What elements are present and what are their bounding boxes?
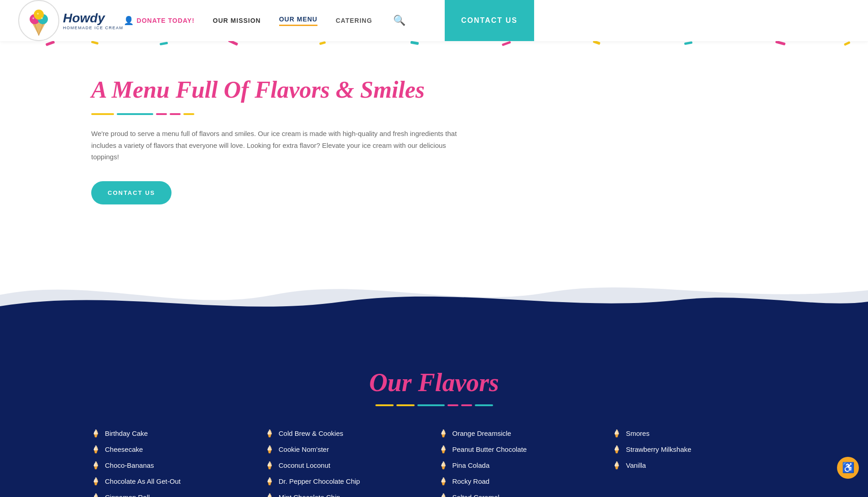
- ice-cream-icon: 🍦: [91, 461, 100, 470]
- ice-cream-icon: 🍦: [265, 477, 274, 486]
- flavor-item: 🍦Birthday Cake: [91, 429, 256, 438]
- flavor-item: 🍦Vanilla: [612, 461, 777, 470]
- search-button[interactable]: 🔍: [390, 12, 408, 29]
- nav-menu[interactable]: OUR MENU: [279, 16, 317, 26]
- svg-point-7: [41, 17, 43, 19]
- flavor-item: 🍦Rocky Road: [439, 477, 603, 486]
- ice-cream-icon: 🍦: [265, 493, 274, 497]
- flavor-name: Cookie Nom'ster: [279, 445, 329, 453]
- site-header: Howdy Homemade Ice Cream 👤 DONATE TODAY!…: [0, 0, 868, 41]
- svg-rect-19: [844, 41, 851, 46]
- flavor-item: 🍦Strawberry Milkshake: [612, 445, 777, 454]
- flavors-grid: 🍦Birthday Cake🍦Cheesecake🍦Choco-Bananas🍦…: [91, 429, 777, 497]
- flavor-item: 🍦Mint Chocolate Chip: [265, 493, 430, 497]
- ice-cream-icon: 🍦: [265, 429, 274, 438]
- flavor-name: Dr. Pepper Chocolate Chip: [279, 477, 360, 485]
- logo-title: Howdy: [63, 11, 124, 26]
- flavor-item: 🍦Salted Caramel: [439, 493, 603, 497]
- flavor-name: Chocolate As All Get-Out: [105, 477, 181, 485]
- logo-subtitle: Homemade Ice Cream: [63, 26, 124, 30]
- svg-rect-18: [775, 41, 786, 46]
- confetti-strip: [0, 41, 868, 48]
- ice-cream-icon: 🍦: [439, 461, 448, 470]
- nav-catering[interactable]: CATERING: [336, 17, 372, 24]
- flavor-column-2: 🍦Orange Dreamsicle🍦Peanut Butter Chocola…: [439, 429, 603, 497]
- flavor-name: Strawberry Milkshake: [626, 445, 691, 453]
- ice-cream-icon: 🍦: [612, 445, 621, 454]
- flavor-name: Choco-Bananas: [105, 461, 154, 469]
- svg-rect-10: [91, 41, 99, 45]
- flavor-item: 🍦Dr. Pepper Chocolate Chip: [265, 477, 430, 486]
- donate-icon: 👤: [124, 16, 134, 26]
- flavor-column-3: 🍦Smores🍦Strawberry Milkshake🍦Vanilla: [612, 429, 777, 497]
- ice-cream-icon: 🍦: [612, 429, 621, 438]
- svg-rect-11: [160, 42, 168, 45]
- flavor-name: Vanilla: [626, 461, 646, 469]
- flavor-item: 🍦Cold Brew & Cookies: [265, 429, 430, 438]
- logo-area[interactable]: Howdy Homemade Ice Cream: [18, 0, 124, 41]
- svg-rect-12: [228, 41, 238, 46]
- header-contact-button[interactable]: CONTACT US: [445, 0, 534, 41]
- flavors-title: Our Flavors: [91, 368, 777, 397]
- ice-cream-icon: 🍦: [439, 477, 448, 486]
- logo-badge: [18, 0, 59, 41]
- svg-point-6: [32, 17, 34, 19]
- flavor-name: Mint Chocolate Chip: [279, 493, 340, 497]
- nav-mission[interactable]: OUR MISSION: [213, 17, 261, 24]
- flavor-name: Peanut Butter Chocolate: [452, 445, 527, 453]
- ice-cream-icon: 🍦: [439, 493, 448, 497]
- flavor-name: Cold Brew & Cookies: [279, 429, 343, 437]
- flavor-item: 🍦Coconut Loconut: [265, 461, 430, 470]
- flavor-name: Salted Caramel: [452, 493, 499, 497]
- ice-cream-icon: 🍦: [91, 429, 100, 438]
- svg-rect-16: [593, 41, 600, 45]
- flavor-item: 🍦Cinnamon Roll: [91, 493, 256, 497]
- flavor-item: 🍦Cheesecake: [91, 445, 256, 454]
- flavor-item: 🍦Smores: [612, 429, 777, 438]
- flavor-name: Smores: [626, 429, 650, 437]
- flavor-column-1: 🍦Cold Brew & Cookies🍦Cookie Nom'ster🍦Coc…: [265, 429, 430, 497]
- ice-cream-icon: 🍦: [439, 445, 448, 454]
- svg-rect-9: [46, 41, 55, 46]
- flavor-item: 🍦Chocolate As All Get-Out: [91, 477, 256, 486]
- svg-rect-14: [411, 41, 419, 45]
- flavor-name: Cinnamon Roll: [105, 493, 150, 497]
- flavor-item: 🍦Orange Dreamsicle: [439, 429, 603, 438]
- svg-rect-17: [684, 41, 693, 45]
- svg-rect-13: [319, 41, 326, 45]
- accessibility-icon: ♿: [842, 462, 854, 474]
- flavor-name: Rocky Road: [452, 477, 490, 485]
- ice-cream-icon: 🍦: [91, 445, 100, 454]
- flavor-item: 🍦Peanut Butter Chocolate: [439, 445, 603, 454]
- ice-cream-icon: 🍦: [265, 461, 274, 470]
- flavors-divider: [91, 404, 777, 406]
- svg-point-8: [37, 13, 39, 15]
- flavor-name: Birthday Cake: [105, 429, 148, 437]
- accessibility-button[interactable]: ♿: [837, 457, 859, 479]
- hero-divider: [91, 113, 868, 115]
- hero-title: A Menu Full Of Flavors & Smiles: [91, 76, 868, 104]
- hero-contact-button[interactable]: CONTACT US: [91, 181, 172, 204]
- flavor-name: Cheesecake: [105, 445, 143, 453]
- ice-cream-icon: 🍦: [91, 477, 100, 486]
- ice-cream-icon: 🍦: [439, 429, 448, 438]
- flavor-item: 🍦Choco-Bananas: [91, 461, 256, 470]
- wave-transition: [0, 267, 868, 331]
- flavor-name: Orange Dreamsicle: [452, 429, 511, 437]
- ice-cream-icon: 🍦: [612, 461, 621, 470]
- ice-cream-icon: 🍦: [91, 493, 100, 497]
- nav-donate[interactable]: 👤 DONATE TODAY!: [124, 16, 195, 26]
- main-nav: 👤 DONATE TODAY! OUR MISSION OUR MENU CAT…: [124, 12, 409, 29]
- flavor-name: Coconut Loconut: [279, 461, 330, 469]
- hero-description: We're proud to serve a menu full of flav…: [91, 128, 465, 163]
- flavor-name: Pina Colada: [452, 461, 490, 469]
- flavor-item: 🍦Cookie Nom'ster: [265, 445, 430, 454]
- search-icon: 🔍: [393, 15, 405, 26]
- svg-rect-15: [502, 41, 511, 46]
- hero-section: A Menu Full Of Flavors & Smiles We're pr…: [0, 48, 868, 240]
- flavor-column-0: 🍦Birthday Cake🍦Cheesecake🍦Choco-Bananas🍦…: [91, 429, 256, 497]
- flavors-section: Our Flavors 🍦Birthday Cake🍦Cheesecake🍦Ch…: [0, 331, 868, 497]
- flavor-item: 🍦Pina Colada: [439, 461, 603, 470]
- ice-cream-icon: 🍦: [265, 445, 274, 454]
